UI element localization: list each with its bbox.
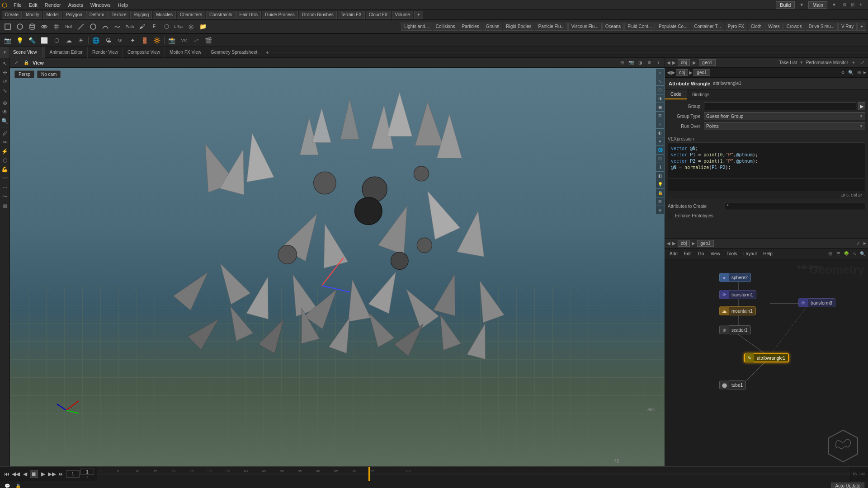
home-vp-icon[interactable]: ⌂: [656, 69, 664, 77]
aw-layout-icon[interactable]: ⊞: [855, 69, 863, 76]
polygon-btn[interactable]: Polygon: [63, 11, 85, 19]
camera2-tool[interactable]: 📸: [166, 34, 178, 46]
aw-expand-icon[interactable]: ⤢: [859, 59, 866, 66]
area-light-tool[interactable]: ⬜: [38, 34, 50, 46]
wire-icon[interactable]: ⊞: [656, 112, 664, 120]
ng-list-icon[interactable]: ☰: [835, 250, 842, 258]
vex-code-editor[interactable]: vector @N; vector P1 = point(0,"P",@ptnu…: [668, 142, 865, 178]
amb-icon[interactable]: ✦: [656, 137, 664, 145]
constraints-btn[interactable]: Constraints: [206, 11, 236, 19]
pyro-fx-btn[interactable]: Pyro FX: [725, 23, 747, 31]
menu-render[interactable]: Render: [41, 0, 65, 9]
play-fwd-btn[interactable]: ▶: [39, 470, 47, 478]
terrain-fx-btn[interactable]: Terrain FX: [338, 11, 365, 19]
ng-obj-path[interactable]: obj: [678, 240, 690, 247]
gi-light-tool[interactable]: GI: [114, 34, 126, 46]
attr-create-input[interactable]: [725, 202, 865, 210]
rigid-bodies-btn[interactable]: Rigid Bodies: [503, 23, 534, 31]
smooth-icon[interactable]: ○: [656, 120, 664, 128]
metaball-tool[interactable]: ◎: [185, 21, 197, 33]
more-create-btn[interactable]: +: [414, 11, 423, 19]
spot-light-tool[interactable]: 🔦: [26, 34, 38, 46]
vp-info-icon[interactable]: ℹ: [655, 59, 662, 66]
caustic-light-tool[interactable]: ✦: [127, 34, 138, 46]
volume-light-tool[interactable]: ☁: [63, 34, 75, 46]
collisions-btn[interactable]: Collisions: [433, 23, 458, 31]
frame-display[interactable]: [80, 469, 94, 475]
circle-tool[interactable]: [87, 21, 99, 33]
vr-camera-tool[interactable]: VR: [178, 34, 190, 46]
auto-update-btn[interactable]: Auto Update: [831, 483, 864, 488]
ng-grid-icon[interactable]: ⊞: [826, 250, 834, 258]
hdri-icon[interactable]: 🌐: [656, 146, 664, 154]
container-t-btn[interactable]: Container T...: [691, 23, 724, 31]
ng-zoom-in-icon[interactable]: 🔍: [859, 250, 866, 258]
ng-nav-fwd[interactable]: ▶: [672, 241, 676, 246]
dop-tool-icon[interactable]: ⬡: [1, 156, 9, 164]
geometry-light-tool[interactable]: ⬡: [51, 34, 62, 46]
curve-tool[interactable]: [99, 21, 111, 33]
display-icon[interactable]: ◑: [656, 94, 664, 103]
vp-camera-icon[interactable]: 📷: [627, 59, 635, 66]
menu-windows[interactable]: Windows: [87, 0, 114, 9]
node-sphere2[interactable]: ● sphere2: [719, 273, 751, 282]
cloud-fx-btn[interactable]: Cloud FX: [366, 11, 391, 19]
torus-tool[interactable]: [38, 21, 50, 33]
point-light-tool[interactable]: 💡: [14, 34, 26, 46]
timeline-ruler[interactable]: 1 5 10 15 20 25 30 35 40 45 50 55 60 65 …: [97, 467, 849, 481]
portal-light-tool[interactable]: 🚪: [139, 34, 151, 46]
handle-tool-icon[interactable]: ⊕: [1, 99, 9, 107]
build-button[interactable]: Build: [776, 1, 795, 9]
drive-simu-btn[interactable]: Drive Simu...: [806, 23, 838, 31]
status-chat-icon[interactable]: 💬: [4, 483, 11, 488]
bindings-tab[interactable]: Bindings: [687, 89, 715, 99]
ng-tools-btn[interactable]: Tools: [724, 250, 740, 258]
culling-icon[interactable]: ◐: [656, 129, 664, 137]
aw-obj-path[interactable]: obj: [676, 69, 688, 76]
box-tool[interactable]: [2, 21, 14, 33]
aw-search-icon[interactable]: 🔍: [847, 69, 854, 76]
tab-render-view[interactable]: Render View: [88, 47, 123, 58]
pose-tool-icon[interactable]: ⚡: [1, 147, 9, 155]
scale-tool-icon[interactable]: ⤡: [1, 87, 9, 95]
group-type-dropdown[interactable]: Guess from Group ▼: [704, 112, 865, 120]
create-btn[interactable]: Create: [2, 11, 22, 19]
aw-settings-icon[interactable]: ⚙: [839, 69, 846, 76]
vp-settings-icon[interactable]: ⚙: [646, 59, 653, 66]
main-button[interactable]: Main: [808, 1, 827, 9]
aw-nav-back[interactable]: ◀: [667, 70, 670, 75]
enforce-checkbox[interactable]: [668, 213, 673, 218]
view-tool-icon[interactable]: 👁: [1, 108, 9, 116]
cam-lock-icon[interactable]: 🔒: [656, 189, 664, 197]
platonic-solids-tool[interactable]: ⬡: [160, 21, 172, 33]
node-attribwrangle1[interactable]: ✎ attribwrangle1: [744, 353, 789, 362]
nav-fwd-btn[interactable]: ▶: [672, 60, 676, 65]
populate-btn[interactable]: Populate Co...: [656, 23, 690, 31]
frame-input[interactable]: [66, 470, 80, 478]
ng-edit-btn[interactable]: Edit: [681, 250, 694, 258]
viewport-3d[interactable]: Persp No cam: [10, 68, 665, 466]
ng-add-btn[interactable]: Add: [667, 250, 680, 258]
nav-back-btn[interactable]: ◀: [667, 60, 670, 65]
go-end-btn[interactable]: ⏭: [57, 470, 65, 478]
texture-btn[interactable]: Texture: [108, 11, 130, 19]
ng-layout-btn[interactable]: Layout: [741, 250, 760, 258]
grid-tool[interactable]: [51, 21, 62, 33]
inspect-tool-icon[interactable]: 🔍: [1, 117, 9, 125]
node-tube1[interactable]: ⬤ tube1: [719, 380, 746, 389]
take-list-btn[interactable]: Take List: [779, 60, 797, 65]
ng-collapse-icon[interactable]: ▶: [863, 241, 866, 245]
ng-fit-icon[interactable]: ⤡: [851, 250, 858, 258]
muscle-tool-icon[interactable]: 💪: [1, 165, 9, 174]
settings-icon[interactable]: ⚙: [841, 1, 848, 9]
geo-icon[interactable]: ⬡: [656, 155, 664, 163]
hair-tool-icon[interactable]: 〰: [1, 174, 9, 183]
group-expand-btn[interactable]: ▶: [858, 102, 865, 110]
node-transform1[interactable]: ⟳ transform1: [719, 290, 756, 299]
menu-edit[interactable]: Edit: [25, 0, 41, 9]
add-tab-btn[interactable]: +: [262, 50, 272, 55]
shading-icon[interactable]: ▣: [656, 103, 664, 111]
vp-layout-icon[interactable]: ⊞: [618, 59, 626, 66]
aw-nav-fwd[interactable]: ▶: [671, 70, 675, 75]
volume-btn[interactable]: Volume: [392, 11, 413, 19]
